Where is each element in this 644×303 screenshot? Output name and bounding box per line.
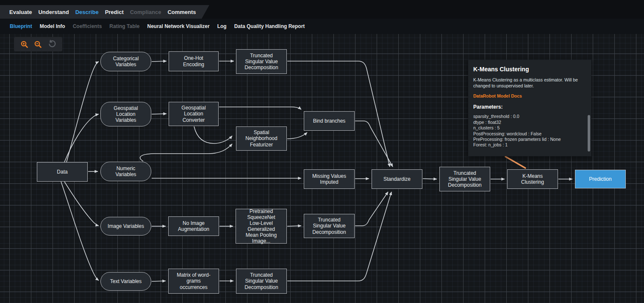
node-text-variables[interactable]: Text Variables [100,272,151,291]
node-label: Geospatial Location Converter [174,105,213,123]
node-data[interactable]: Data [37,162,88,182]
node-label: One-Hot Encoding [174,55,213,67]
blueprint-canvas[interactable]: Data Categorical Variables One-Hot Encod… [0,34,644,303]
tab-compliance: Compliance [130,9,161,15]
tooltip-scrollbar[interactable] [588,115,590,152]
node-label: Numeric Variables [107,166,145,177]
edge-geoconv-spatial [194,126,232,143]
node-label: Spatial Neighborhood Featurizer [242,129,281,147]
zoom-in-icon[interactable] [19,39,29,49]
node-pretrained-squeezenet[interactable]: Pretrained SqueezeNet Low-Level Generali… [236,209,287,244]
tooltip-parameter: n_clusters : 5 [473,125,586,131]
node-label: Truncated Singular Value Decomposition [445,170,485,188]
edge-data-categorical [67,62,99,162]
subtab-rating-table: Rating Table [109,23,139,29]
node-label: Pretrained SqueezeNet Low-Level Generali… [241,208,281,244]
main-header: Evaluate Understand Describe Predict Com… [0,0,644,34]
tooltip-parameters-label: Parameters: [473,104,586,110]
node-label: Geospatial Location Variables [107,105,145,123]
edge-geoconv-bind [219,107,301,109]
tooltip-connector-line [505,157,525,168]
tooltip-docs-link[interactable]: DataRobot Model Docs [473,93,586,98]
node-geospatial-location-converter[interactable]: Geospatial Location Converter [169,102,219,126]
node-tsvd-categorical[interactable]: Truncated Singular Value Decomposition [236,49,287,74]
subtab-blueprint[interactable]: Blueprint [10,23,32,29]
node-label: Data [57,169,67,175]
node-label: Categorical Variables [107,56,145,67]
tab-understand[interactable]: Understand [38,9,69,15]
node-one-hot-encoding[interactable]: One-Hot Encoding [169,51,219,71]
tooltip-parameter: dtype : float32 [473,120,586,125]
node-tsvd-text[interactable]: Truncated Singular Value Decomposition [236,269,287,294]
node-label: K-Means Clustering [513,173,552,185]
tab-predict[interactable]: Predict [105,9,124,15]
edge-bind-standardize [355,121,393,167]
node-bind-branches[interactable]: Bind branches [304,111,355,131]
node-label: Truncated Singular Value Decomposition [242,53,281,70]
edge-data-text [61,182,99,281]
node-numeric-variables[interactable]: Numeric Variables [100,162,151,181]
node-label: Standardize [383,176,411,182]
edge-tsvdimage-standardize [355,192,388,226]
node-tsvd-main[interactable]: Truncated Singular Value Decomposition [439,167,490,191]
node-label: Image Variables [108,223,144,229]
tooltip-parameter: PostProcessing: wordcloud : False [473,131,586,137]
subtab-data-quality-handling-report[interactable]: Data Quality Handling Report [234,23,305,29]
node-tooltip-kmeans: K-Means Clustering K-Means Clustering as… [468,60,591,156]
edge-geovar-geoconv [152,114,167,114]
reset-view-icon[interactable] [47,39,57,49]
node-label: Text Variables [110,278,142,284]
node-label: Truncated Singular Value Decomposition [242,272,281,290]
edge-textvar-matrix [152,281,166,281]
tooltip-parameter: PreProcessing: frozen parameters lid : N… [473,137,586,142]
node-label: Matrix of word-grams occurrences [174,272,214,290]
node-prediction[interactable]: Prediction [575,170,626,188]
node-standardize[interactable]: Standardize [372,169,422,189]
node-label: Truncated Singular Value Decomposition [309,217,349,235]
tooltip-description: K-Means Clustering as a multiclass estim… [473,77,586,89]
edge-data-geospatial [64,114,99,162]
node-label: Bind branches [313,118,346,124]
secondary-nav: Blueprint Model Info Coefficients Rating… [0,19,644,34]
tooltip-parameter: sparsity_threshold : 0.0 [473,114,586,119]
node-label: Missing Values Imputed [309,173,349,185]
zoom-toolbar [14,37,62,51]
subtab-neural-network-visualizer[interactable]: Neural Network Visualizer [147,23,209,29]
node-geospatial-location-variables[interactable]: Geospatial Location Variables [100,102,151,126]
node-spatial-neighborhood-featurizer[interactable]: Spatial Neighborhood Featurizer [236,126,287,151]
edge-spatial-bind [287,132,307,139]
node-categorical-variables[interactable]: Categorical Variables [100,52,151,71]
node-image-variables[interactable]: Image Variables [100,217,151,236]
tab-comments[interactable]: Comments [167,9,196,15]
primary-nav: Evaluate Understand Describe Predict Com… [0,0,644,19]
edge-numeric-spatial [140,144,232,161]
node-matrix-word-grams[interactable]: Matrix of word-grams occurrences [168,269,219,294]
subtab-coefficients: Coefficients [73,23,102,29]
node-missing-values-imputed[interactable]: Missing Values Imputed [304,169,355,189]
edge-categorical-onehot [152,61,167,62]
tooltip-parameter: Forest: n_jobs : 1 [473,142,586,148]
edge-standardize-tsvd [423,179,437,179]
tab-evaluate[interactable]: Evaluate [9,9,32,15]
node-no-image-augmentation[interactable]: No Image Augmentation [168,216,219,236]
node-kmeans-clustering[interactable]: K-Means Clustering [507,169,558,189]
tab-describe[interactable]: Describe [75,9,99,15]
node-label: No Image Augmentation [174,220,214,232]
subtab-log[interactable]: Log [217,23,227,29]
tooltip-title: K-Means Clustering [473,66,586,73]
edge-pretrained-tsvd [287,226,301,226]
edge-data-image [64,182,99,226]
node-label: Prediction [589,176,611,182]
zoom-out-icon[interactable] [33,39,43,49]
subtab-model-info[interactable]: Model Info [40,23,65,29]
node-tsvd-image[interactable]: Truncated Singular Value Decomposition [304,214,355,238]
